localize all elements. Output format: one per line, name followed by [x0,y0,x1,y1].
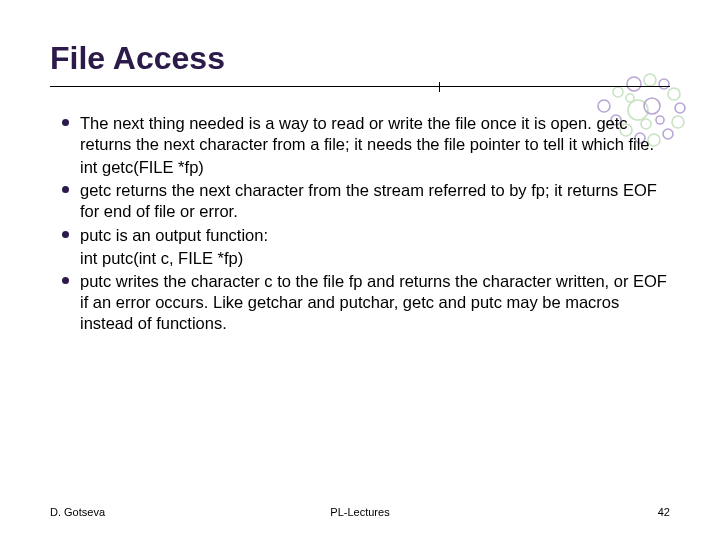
bullet-item: putc writes the character c to the file … [50,271,670,334]
bullet-item: getc returns the next character from the… [50,180,670,222]
item-text: getc returns the next character from the… [80,180,670,222]
bullet-dot-icon [62,277,69,284]
bullet-dot-icon [62,231,69,238]
code-line: int putc(int c, FILE *fp) [50,248,670,269]
bullet-gutter [50,180,80,222]
title-rule [50,86,670,87]
bullet-gutter [50,225,80,246]
slide-content: The next thing needed is a way to read o… [50,113,670,334]
item-text: int putc(int c, FILE *fp) [80,248,670,269]
slide: File Access The next thing needed is a w… [0,0,720,540]
item-text: int getc(FILE *fp) [80,157,670,178]
bullet-gutter [50,113,80,155]
bullet-dot-icon [62,119,69,126]
bullet-gutter [50,271,80,334]
bullet-item: putc is an output function: [50,225,670,246]
bullet-gutter [50,157,80,178]
footer-center: PL-Lectures [50,506,670,518]
bullet-gutter [50,248,80,269]
code-line: int getc(FILE *fp) [50,157,670,178]
slide-footer: D. Gotseva PL-Lectures 42 [50,506,670,518]
bullet-item: The next thing needed is a way to read o… [50,113,670,155]
item-text: putc writes the character c to the file … [80,271,670,334]
item-text: putc is an output function: [80,225,670,246]
item-text: The next thing needed is a way to read o… [80,113,670,155]
slide-title: File Access [50,40,670,85]
bullet-dot-icon [62,186,69,193]
